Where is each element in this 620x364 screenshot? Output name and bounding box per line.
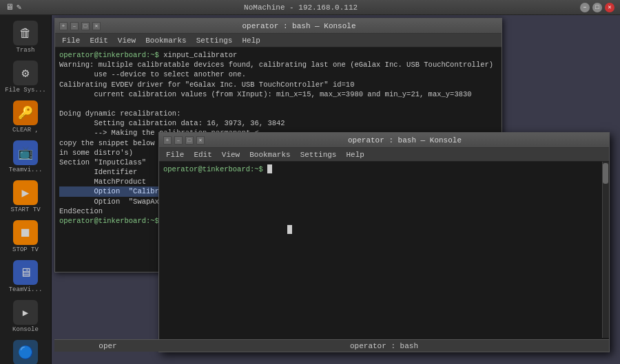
konsole2-menubar: File Edit View Bookmarks Settings Help [159, 148, 609, 162]
konsole1-line-1: operator@tinkerboard:~$ [59, 51, 163, 59]
konsole1-statusbar-text-partial: oper [99, 342, 116, 350]
clear-icon: 🔑 [13, 100, 38, 125]
konsole1-line-10: Section "InputClass" [59, 158, 146, 167]
nm-close-button[interactable]: ✕ [605, 3, 614, 12]
sidebar-item-starttv-label: START TV [10, 206, 40, 213]
konsole1-line-16: operator@tinkerboard:~$ [59, 217, 159, 225]
nomachine-titlebar: 🖥 ✎ NoMachine - 192.168.0.112 – □ ✕ [0, 0, 620, 15]
konsole2-prompt-line: operator@tinkerboard:~$ [163, 164, 272, 174]
sidebar-item-teamviewer-label: Teamvi... [9, 167, 43, 173]
konsole2-content: operator@tinkerboard:~$ [159, 162, 609, 338]
trash-icon: 🗑 [13, 21, 38, 45]
konsole1-line-6: Doing dynamic recalibration: [59, 109, 180, 118]
desktop: + – □ ✕ operator : bash — Konsole File E… [52, 15, 620, 364]
nm-minimize-button[interactable]: – [580, 3, 590, 12]
nm-maximize-button[interactable]: □ [592, 3, 602, 12]
konsole2-cursor-area [163, 164, 605, 335]
konsole1-menu-view[interactable]: View [114, 35, 140, 46]
konsole1-menu-file[interactable]: File [58, 35, 84, 46]
sidebar-item-filesystem[interactable]: ⚙ File Sys... [2, 58, 49, 96]
sidebar-item-stoptv[interactable]: ⏹ STOP TV [2, 217, 49, 256]
konsole1-menu-settings[interactable]: Settings [192, 35, 237, 46]
konsole2-btn1[interactable]: + [163, 136, 172, 144]
konsole2-scrollbar[interactable] [602, 162, 609, 338]
konsole1-title: operator : bash — Konsole [101, 22, 497, 30]
sidebar-item-konsole-label: Konsole [12, 326, 39, 333]
konsole1-controls[interactable]: + – □ ✕ [59, 22, 101, 30]
konsole1-btn1[interactable]: + [59, 22, 68, 30]
konsole2-menu-view[interactable]: View [218, 149, 244, 160]
sidebar-item-konsole[interactable]: ▶ Konsole [2, 297, 49, 336]
nm-icons-left: 🖥 ✎ [6, 2, 21, 12]
konsole1-minimize-button[interactable]: – [70, 22, 79, 30]
konsole1-menu-help[interactable]: Help [238, 35, 264, 46]
emotion-icon: 🔵 [13, 340, 38, 364]
sidebar: 🗑 Trash ⚙ File Sys... 🔑 CLEAR , 📺 Teamvi… [0, 15, 52, 364]
konsole-icon: ▶ [13, 300, 38, 325]
sidebar-item-teamv2[interactable]: 🖥 TeamVi... [2, 257, 49, 296]
konsole1-maximize-button[interactable]: □ [81, 22, 90, 30]
konsole2-menu-help[interactable]: Help [342, 149, 368, 160]
konsole2-controls[interactable]: + – □ ✕ [163, 136, 205, 144]
konsole2-cursor [267, 164, 272, 173]
sidebar-item-teamv2-label: TeamVi... [9, 286, 43, 293]
cursor-blink [287, 225, 292, 234]
konsole-window-2: + – □ ✕ operator : bash — Konsole File E… [158, 132, 610, 352]
konsole1-menu-bookmarks[interactable]: Bookmarks [141, 35, 190, 46]
konsole1-menubar: File Edit View Bookmarks Settings Help [55, 34, 502, 47]
konsole2-menu-settings[interactable]: Settings [296, 149, 341, 160]
sidebar-item-teamviewer[interactable]: 📺 Teamvi... [2, 138, 49, 176]
konsole2-close-button[interactable]: ✕ [196, 136, 205, 144]
stoptv-icon: ⏹ [13, 220, 38, 245]
sidebar-item-trash-label: Trash [16, 47, 34, 54]
konsole1-line-15: EndSection [59, 207, 103, 215]
konsole1-menu-edit[interactable]: Edit [85, 35, 112, 46]
konsole1-cmd: xinput_calibrator [163, 51, 237, 59]
konsole2-menu-file[interactable]: File [162, 149, 188, 160]
filesystem-icon: ⚙ [13, 61, 38, 85]
konsole2-minimize-button[interactable]: – [174, 136, 183, 144]
konsole2-statusbar: operator : bash [159, 339, 609, 352]
konsole1-line-7: Setting calibration data: 16, 3973, 36, … [59, 119, 285, 127]
sidebar-item-trash[interactable]: 🗑 Trash [2, 18, 49, 56]
konsole2-scrollbar-thumb[interactable] [603, 163, 608, 184]
sidebar-item-emotion[interactable]: 🔵 E-Motion [2, 337, 49, 364]
sidebar-item-filesystem-label: File Sys... [5, 87, 45, 94]
konsole2-menu-bookmarks[interactable]: Bookmarks [245, 149, 294, 160]
konsole2-menu-edit[interactable]: Edit [189, 149, 216, 160]
starttv-icon: ▶ [13, 180, 38, 205]
sidebar-item-stoptv-label: STOP TV [12, 246, 39, 253]
konsole2-prompt: operator@tinkerboard:~$ [163, 165, 267, 173]
konsole1-line-2: Warning: multiple calibratable devices f… [59, 61, 493, 69]
konsole2-titlebar: + – □ ✕ operator : bash — Konsole [159, 133, 609, 148]
sidebar-item-starttv[interactable]: ▶ START TV [2, 178, 49, 216]
teamv2-icon: 🖥 [13, 260, 38, 285]
sidebar-item-clear-label: CLEAR , [12, 127, 39, 133]
nm-window-title: NoMachine - 192.168.0.112 [21, 3, 580, 12]
konsole1-line-3: use --device to select another one. [59, 70, 246, 78]
konsole2-statusbar-text: operator : bash [350, 342, 418, 350]
sidebar-item-clear[interactable]: 🔑 CLEAR , [2, 98, 49, 136]
konsole1-statusbar-partial: oper [54, 339, 161, 352]
konsole1-close-button[interactable]: ✕ [92, 22, 101, 30]
teamviewer-icon: 📺 [13, 140, 38, 165]
nm-window-controls[interactable]: – □ ✕ [580, 3, 614, 12]
main-area: 🗑 Trash ⚙ File Sys... 🔑 CLEAR , 📺 Teamvi… [0, 15, 620, 364]
konsole2-title: operator : bash — Konsole [205, 136, 605, 144]
konsole1-line-4: Calibrating EVDEV driver for "eGalax Inc… [59, 81, 354, 89]
konsole2-maximize-button[interactable]: □ [185, 136, 194, 144]
konsole1-titlebar: + – □ ✕ operator : bash — Konsole [55, 19, 502, 34]
konsole1-line-5: current calibration values (from XInput)… [59, 90, 472, 98]
